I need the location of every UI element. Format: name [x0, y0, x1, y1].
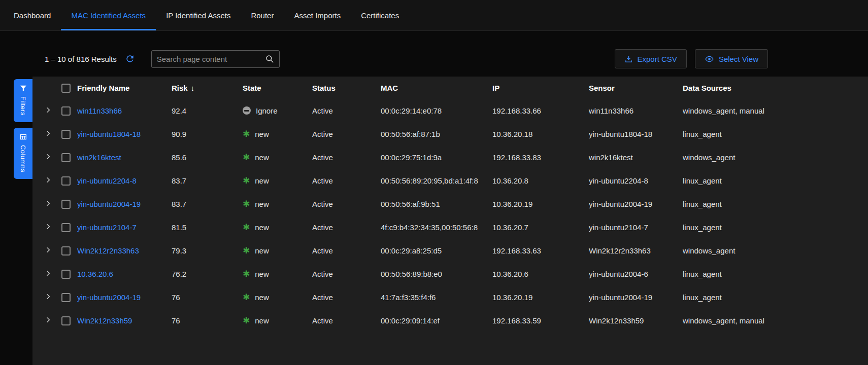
- select-view-button[interactable]: Select View: [695, 49, 768, 68]
- tab-ip-identified-assets[interactable]: IP Identified Assets: [156, 0, 241, 30]
- column-header-friendly-name[interactable]: Friendly Name: [75, 77, 170, 99]
- risk-cell: 83.7: [170, 169, 241, 192]
- sensor-cell: yin-ubuntu2004-19: [587, 192, 681, 215]
- status-cell: Active: [310, 169, 379, 192]
- state-new-icon: [243, 176, 250, 185]
- export-csv-button[interactable]: Export CSV: [615, 49, 687, 68]
- friendly-name-link[interactable]: yin-ubuntu2004-19: [77, 293, 141, 302]
- friendly-name-link[interactable]: win2k16ktest: [77, 153, 121, 162]
- eye-icon: [705, 54, 714, 64]
- tab-certificates[interactable]: Certificates: [351, 0, 409, 30]
- risk-cell: 76: [170, 285, 241, 309]
- mac-cell: 00:50:56:89:b8:e0: [379, 262, 490, 285]
- state-new-icon: [243, 270, 250, 278]
- row-checkbox[interactable]: [61, 153, 71, 162]
- toolbar-actions: Export CSV Select View: [615, 49, 768, 68]
- friendly-name-link[interactable]: Win2k12r2n33h63: [77, 246, 139, 255]
- select-all-checkbox[interactable]: [61, 84, 71, 93]
- column-header-risk[interactable]: Risk↓: [170, 77, 241, 99]
- tab-router[interactable]: Router: [241, 0, 284, 30]
- friendly-name-link[interactable]: yin-ubuntu1804-18: [77, 130, 141, 138]
- column-header-data-sources[interactable]: Data Sources: [681, 77, 868, 99]
- table-header-row: Friendly Name Risk↓ State Status MAC IP …: [32, 77, 868, 99]
- column-header-ip[interactable]: IP: [490, 77, 587, 99]
- sensor-cell: yin-ubuntu2004-19: [587, 285, 681, 309]
- row-checkbox[interactable]: [61, 293, 71, 302]
- sensor-cell: win2k16ktest: [587, 145, 681, 169]
- search-input[interactable]: [157, 55, 265, 63]
- row-checkbox[interactable]: [61, 316, 71, 325]
- status-cell: Active: [310, 262, 379, 285]
- risk-cell: 85.6: [170, 145, 241, 169]
- columns-side-tab[interactable]: Columns: [14, 128, 32, 179]
- row-expand-chevron-icon[interactable]: [45, 223, 52, 230]
- row-checkbox[interactable]: [61, 246, 71, 256]
- toolbar: 1 – 10 of 816 Results Export CSV Select …: [45, 49, 768, 68]
- state-new-icon: [243, 130, 250, 138]
- friendly-name-link[interactable]: Win2k12n33h59: [77, 316, 132, 325]
- column-header-status[interactable]: Status: [310, 77, 379, 99]
- state-label: new: [255, 293, 269, 302]
- tab-asset-imports[interactable]: Asset Imports: [284, 0, 351, 30]
- row-checkbox[interactable]: [61, 176, 71, 186]
- friendly-name-link[interactable]: yin-ubuntu2004-19: [77, 200, 141, 208]
- table-row: Win2k12r2n33h63 79.3 new Active 00:0c:29…: [32, 239, 868, 262]
- friendly-name-link[interactable]: yin-ubuntu2104-7: [77, 223, 137, 232]
- ip-cell: 192.168.33.83: [490, 145, 587, 169]
- sensor-cell: yin-ubuntu2004-6: [587, 262, 681, 285]
- risk-cell: 90.9: [170, 122, 241, 145]
- risk-cell: 81.5: [170, 215, 241, 239]
- mac-cell: 00:0c:29:a8:25:d5: [379, 239, 490, 262]
- friendly-name-link[interactable]: win11n33h66: [77, 106, 122, 115]
- row-checkbox[interactable]: [61, 270, 71, 279]
- filters-side-tab-label: Filters: [19, 96, 27, 116]
- table-row: Win2k12n33h59 76 new Active 00:0c:29:09:…: [32, 309, 868, 332]
- search-box: [151, 50, 280, 68]
- row-checkbox[interactable]: [61, 200, 71, 209]
- refresh-button[interactable]: [124, 53, 136, 65]
- tab-dashboard[interactable]: Dashboard: [4, 0, 61, 30]
- row-checkbox[interactable]: [61, 130, 71, 139]
- asset-table-body: win11n33h66 92.4 Ignore Active 00:0c:29:…: [32, 99, 868, 332]
- row-expand-chevron-icon[interactable]: [45, 270, 52, 277]
- row-expand-chevron-icon[interactable]: [45, 153, 52, 160]
- state-new-icon: [243, 246, 250, 255]
- data-sources-cell: linux_agent: [681, 262, 868, 285]
- state-new-icon: [243, 316, 250, 325]
- row-checkbox[interactable]: [61, 223, 71, 232]
- ip-cell: 192.168.33.59: [490, 309, 587, 332]
- sensor-cell: win11n33h66: [587, 99, 681, 122]
- search-icon[interactable]: [265, 54, 274, 63]
- risk-cell: 83.7: [170, 192, 241, 215]
- state-label: new: [255, 270, 269, 278]
- sort-desc-icon: ↓: [191, 84, 195, 92]
- table-row: win2k16ktest 85.6 new Active 00:0c:29:75…: [32, 145, 868, 169]
- data-sources-cell: windows_agent: [681, 145, 868, 169]
- friendly-name-link[interactable]: yin-ubuntu2204-8: [77, 176, 137, 185]
- mac-cell: 00:50:56:af:9b:51: [379, 192, 490, 215]
- refresh-icon: [125, 54, 135, 64]
- filters-side-tab[interactable]: Filters: [14, 79, 32, 122]
- column-header-mac[interactable]: MAC: [379, 77, 490, 99]
- row-checkbox[interactable]: [61, 106, 71, 116]
- data-sources-cell: linux_agent: [681, 169, 868, 192]
- tab-mac-identified-assets[interactable]: MAC Identified Assets: [61, 0, 156, 30]
- status-cell: Active: [310, 309, 379, 332]
- friendly-name-link[interactable]: 10.36.20.6: [77, 270, 113, 278]
- state-label: Ignore: [256, 106, 278, 115]
- ip-cell: 10.36.20.7: [490, 215, 587, 239]
- column-header-state[interactable]: State: [241, 77, 310, 99]
- row-expand-chevron-icon[interactable]: [45, 130, 52, 137]
- row-expand-chevron-icon[interactable]: [45, 176, 52, 184]
- row-expand-chevron-icon[interactable]: [45, 200, 52, 207]
- sensor-cell: yin-ubuntu2204-8: [587, 169, 681, 192]
- state-new-icon: [243, 153, 250, 162]
- ip-cell: 10.36.20.19: [490, 192, 587, 215]
- row-expand-chevron-icon[interactable]: [45, 316, 52, 323]
- row-expand-chevron-icon[interactable]: [45, 293, 52, 300]
- column-header-sensor[interactable]: Sensor: [587, 77, 681, 99]
- state-ignore-icon: [243, 106, 251, 115]
- row-expand-chevron-icon[interactable]: [45, 246, 52, 253]
- row-expand-chevron-icon[interactable]: [45, 106, 52, 114]
- table-row: win11n33h66 92.4 Ignore Active 00:0c:29:…: [32, 99, 868, 122]
